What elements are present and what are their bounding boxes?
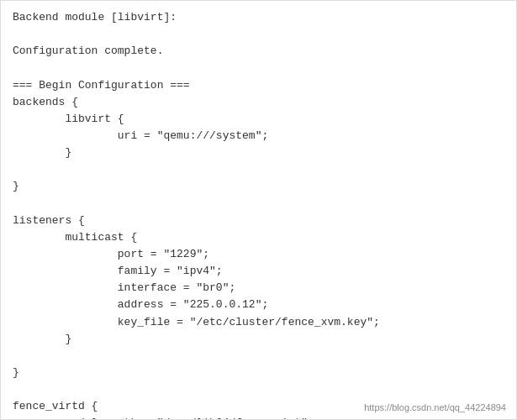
watermark: https://blog.csdn.net/qq_44224894	[364, 402, 506, 412]
code-content: Backend module [libvirt]: Configuration …	[13, 9, 504, 420]
terminal-window: Backend module [libvirt]: Configuration …	[0, 0, 517, 420]
